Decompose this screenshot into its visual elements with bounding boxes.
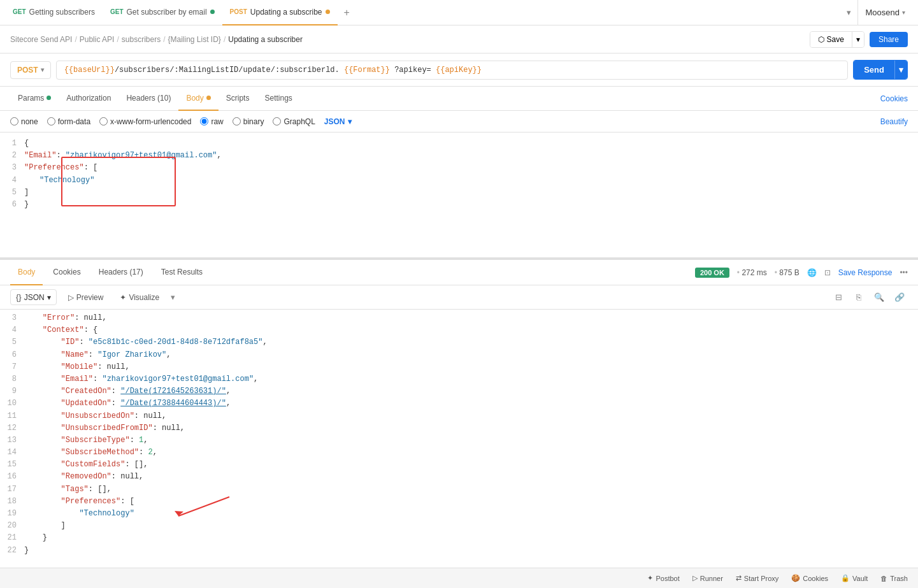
breadcrumb-current: Updating a subscriber [228,35,303,44]
save-dropdown-button[interactable]: ▾ [852,32,864,47]
body-type-formdata[interactable]: form-data [47,117,90,126]
resp-line-7: 7 "Mobile": null, [0,361,918,373]
tab1-method: GET [13,8,26,15]
format-dropdown-icon: ▾ [47,293,51,302]
req-tab-body[interactable]: Body [178,87,218,111]
request-code-editor[interactable]: 1 { 2 "Email": "zharikovigor97+test01@gm… [0,133,918,260]
postbot-button[interactable]: ✦ Postbot [647,574,679,582]
req-tab-settings[interactable]: Settings [257,87,299,111]
send-button[interactable]: Send [854,61,894,79]
cookies-link[interactable]: Cookies [880,94,908,103]
json-icon: {} [16,292,22,302]
vault-button[interactable]: 🔒 Vault [841,574,868,582]
tab2-dot [210,10,215,14]
tab-getting-subscribers[interactable]: GET Getting subscribers [5,0,103,25]
body-type-graphql[interactable]: GraphQL [273,117,315,126]
visualize-label: Visualize [129,293,159,302]
req-line-6: 6 } [0,199,918,211]
format-right-actions: ⊟ ⎘ 🔍 🔗 [830,289,908,306]
preview-label: Preview [76,293,104,302]
add-tab-button[interactable]: + [338,7,356,18]
authorization-label: Authorization [66,94,111,103]
postbot-icon: ✦ [647,574,653,582]
method-label: POST [17,66,38,75]
resp-line-17: 17 "Tags": [], [0,484,918,496]
req-line-3: 3 "Preferences": [ [0,162,918,174]
preview-play-icon: ▷ [68,293,74,302]
resp-line-19: 19 "Technology" [0,508,918,520]
trash-button[interactable]: 🗑 Trash [880,575,908,582]
resp-line-8: 8 "Email": "zharikovigor97+test01@gmail.… [0,373,918,385]
breadcrumb-sep3: / [163,35,165,44]
breadcrumb-part1[interactable]: Sitecore Send API [10,35,72,44]
start-proxy-button[interactable]: ⇄ Start Proxy [736,574,778,582]
req-line-5: 5 ] [0,187,918,199]
req-tab-scripts[interactable]: Scripts [219,87,257,111]
save-response-button[interactable]: Save Response [838,268,893,277]
req-line-1: 1 { [0,138,918,150]
workspace-dropdown-icon: ▾ [902,9,905,16]
req-tab-params[interactable]: Params [10,87,59,111]
tab2-method: GET [110,8,124,15]
json-format-selector[interactable]: JSON ▾ [324,117,352,126]
resp-line-14: 14 "SubscribeMethod": 2, [0,447,918,459]
req-tab-authorization[interactable]: Authorization [59,87,118,111]
link-icon[interactable]: 🔗 [891,289,908,306]
response-size: • 875 B [775,268,800,277]
url-bar: POST ▾ {{baseUrl}}/subscribers/:MailingL… [0,54,918,87]
response-more-button[interactable]: ••• [900,268,908,277]
req-line-4: 4 "Technology" [0,175,918,187]
preview-button[interactable]: ▷ Preview [63,290,109,305]
cookies-label: Cookies [803,575,828,582]
resp-tab-headers[interactable]: Headers (17) [91,260,151,285]
json-format-dropdown-icon: ▾ [348,117,352,126]
method-selector[interactable]: POST ▾ [10,61,51,79]
indent-left-icon[interactable]: ⊟ [830,289,847,306]
body-type-none[interactable]: none [10,117,38,126]
share-button[interactable]: Share [870,32,908,47]
body-type-raw[interactable]: raw [200,117,223,126]
send-dropdown-button[interactable]: ▾ [894,61,907,79]
cookies-bottom-button[interactable]: 🍪 Cookies [791,574,828,582]
breadcrumb-part4[interactable]: {Mailing List ID} [168,35,221,44]
format-label: JSON [24,293,45,302]
copy-icon[interactable]: ⎘ [850,289,867,306]
format-selector[interactable]: {} JSON ▾ [10,289,57,305]
request-tabs: Params Authorization Headers (10) Body S… [0,87,918,111]
proxy-label: Start Proxy [744,575,778,582]
save-button[interactable]: ⬡ Save [810,32,852,47]
tab-get-subscriber-by-email[interactable]: GET Get subscriber by email [103,0,222,25]
url-path: /subscribers/:MailingListID/update/:subs… [115,66,344,75]
runner-button[interactable]: ▷ Runner [692,574,723,582]
workspace-selector[interactable]: Moosend ▾ [857,0,913,25]
tab-updating-subscriber[interactable]: POST Updating a subscribe [222,0,338,25]
body-type-binary[interactable]: binary [233,117,264,126]
resp-tab-test-results[interactable]: Test Results [154,260,210,285]
breadcrumb-part3[interactable]: subscribers [122,35,161,44]
req-tab-headers[interactable]: Headers (10) [118,87,178,111]
search-icon[interactable]: 🔍 [871,289,887,306]
save-icon: ⬡ [818,35,824,44]
resp-line-3: 3 "Error": null, [0,312,918,324]
resp-line-11: 11 "UnsubscribedOn": null, [0,410,918,422]
url-input[interactable]: {{baseUrl}}/subscribers/:MailingListID/u… [56,61,849,80]
resp-tab-cookies[interactable]: Cookies [45,260,88,285]
vault-icon: 🔒 [841,574,850,582]
visualize-dropdown-icon[interactable]: ▾ [171,292,175,302]
body-type-urlencoded[interactable]: x-www-form-urlencoded [99,117,191,126]
trash-label: Trash [890,575,908,582]
breadcrumb-sep1: / [75,35,76,44]
beautify-button[interactable]: Beautify [880,117,908,126]
url-base-var: {{baseUrl}} [64,66,115,75]
tab-bar: GET Getting subscribers GET Get subscrib… [0,0,918,25]
runner-label: Runner [700,575,723,582]
visualize-button[interactable]: ✦ Visualize [115,290,164,305]
runner-icon: ▷ [692,574,698,582]
response-panel: Body Cookies Headers (17) Test Results 2… [0,260,918,568]
breadcrumb-bar: Sitecore Send API / Public API / subscri… [0,25,918,54]
resp-tab-body[interactable]: Body [10,260,43,285]
breadcrumb-part2[interactable]: Public API [80,35,115,44]
proxy-icon: ⇄ [736,574,742,582]
json-format-label: JSON [324,117,345,126]
tabs-overflow-button[interactable]: ▾ [840,8,857,17]
